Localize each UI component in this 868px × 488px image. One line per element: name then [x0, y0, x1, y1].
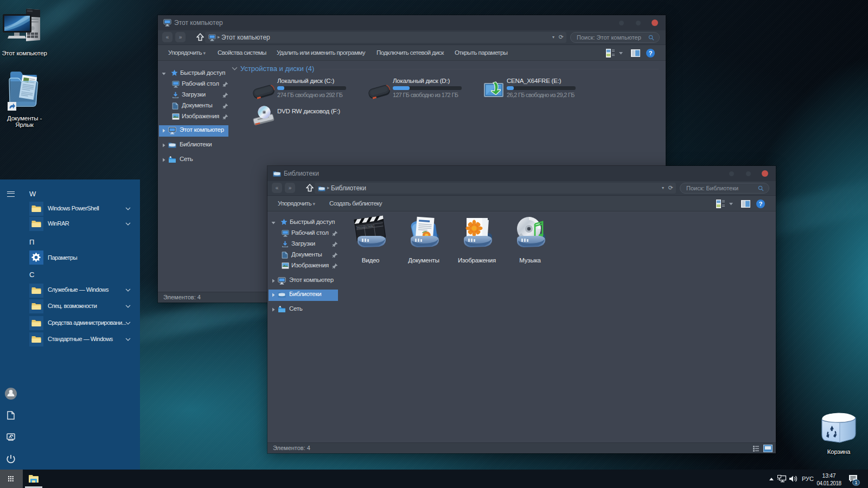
svg-text:?: ? — [649, 50, 653, 56]
svg-text:?: ? — [759, 201, 763, 207]
